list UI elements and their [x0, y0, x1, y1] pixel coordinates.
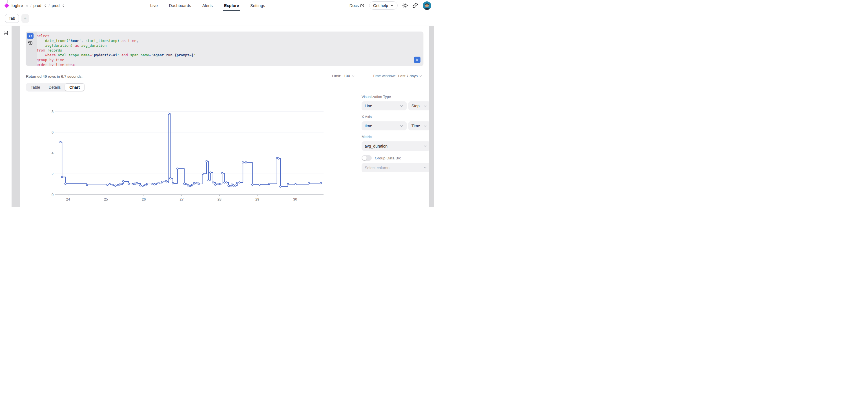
svg-text:4: 4 [52, 151, 54, 155]
nav-item-dashboards[interactable]: Dashboards [169, 0, 191, 11]
limit-label: Limit: [332, 74, 341, 78]
editor-gutter [26, 32, 37, 66]
navbar: logfire / prod / prod Live Dashboards Al… [0, 0, 434, 11]
chevron-down-icon [390, 4, 394, 7]
query-tabs-bar: Tab + [0, 11, 434, 26]
svg-text:30: 30 [293, 197, 297, 201]
results-controls: Limit: 100 Time window: Last 7 days [332, 74, 423, 78]
view-tab-chart[interactable]: Chart [65, 83, 84, 91]
svg-text:26: 26 [142, 197, 146, 201]
svg-text:6: 6 [52, 130, 54, 134]
navbar-actions: Docs Get help [349, 0, 431, 11]
org-select-caret-icon[interactable] [26, 4, 28, 8]
code-mode-icon[interactable] [27, 33, 34, 39]
docs-link[interactable]: Docs [349, 3, 364, 8]
nav-item-alerts[interactable]: Alerts [203, 0, 213, 11]
avatar[interactable] [423, 1, 431, 10]
time-window-chevron-down-icon[interactable] [419, 74, 423, 78]
left-rail [0, 26, 11, 207]
avg-duration-step-chart[interactable]: 2425262728293002468 [51, 107, 326, 205]
query-history-icon[interactable] [28, 41, 33, 45]
svg-text:27: 27 [180, 197, 183, 201]
query-tab[interactable]: Tab [5, 14, 19, 23]
breadcrumb-project[interactable]: prod [33, 3, 41, 8]
add-tab-button[interactable]: + [22, 14, 29, 23]
chevron-down-icon [423, 166, 427, 170]
svg-text:25: 25 [104, 197, 108, 201]
database-schema-icon[interactable] [3, 30, 8, 36]
nav-item-live[interactable]: Live [150, 0, 158, 11]
run-query-button[interactable] [414, 57, 421, 63]
vertical-scrollbar[interactable] [429, 26, 434, 207]
sql-query-text[interactable]: select date_trunc('hour', start_timestam… [37, 33, 412, 66]
get-help-button[interactable]: Get help [369, 1, 398, 9]
breadcrumb-separator: / [30, 3, 32, 8]
x-axis-type-select[interactable]: Time [408, 121, 430, 130]
chevron-down-icon [423, 104, 427, 108]
project-select-caret-icon[interactable] [44, 4, 47, 8]
metric-label: Metric [362, 135, 430, 139]
active-tab-underline [223, 10, 240, 11]
breadcrumb-environment[interactable]: prod [52, 3, 59, 8]
group-data-by-toggle[interactable] [362, 155, 372, 161]
limit-chevron-down-icon[interactable] [351, 74, 355, 78]
time-window-label: Time window: [373, 74, 396, 78]
line-style-select[interactable]: Step [408, 101, 430, 110]
chevron-down-icon [423, 124, 427, 128]
x-axis-column-select[interactable]: time [362, 121, 407, 130]
svg-text:29: 29 [255, 197, 259, 201]
svg-text:28: 28 [218, 197, 221, 201]
svg-text:0: 0 [52, 193, 54, 197]
time-window-value[interactable]: Last 7 days [398, 74, 417, 78]
breadcrumb-separator: / [49, 3, 50, 8]
brand-name[interactable]: logfire [11, 3, 23, 8]
main-nav: Live Dashboards Alerts Explore Settings [150, 0, 265, 11]
svg-text:8: 8 [52, 110, 54, 114]
external-link-icon [360, 3, 364, 8]
panel-divider-strip[interactable] [11, 26, 20, 207]
share-link-icon[interactable] [412, 3, 418, 8]
results-summary: Returned 49 rows in 6.7 seconds. [26, 74, 83, 78]
breadcrumb: logfire / prod / prod [4, 0, 65, 11]
nav-item-settings[interactable]: Settings [250, 0, 265, 11]
view-tab-table[interactable]: Table [27, 83, 44, 91]
metric-select[interactable]: avg_duration [362, 141, 430, 151]
visualization-type-select[interactable]: Line [362, 101, 407, 110]
group-data-by-label: Group Data By: [375, 156, 401, 160]
nav-item-explore[interactable]: Explore [224, 0, 239, 11]
explore-content: select date_trunc('hour', start_timestam… [0, 26, 434, 207]
sql-editor[interactable]: select date_trunc('hour', start_timestam… [26, 32, 423, 66]
view-switcher: Table Details Chart [26, 83, 85, 92]
logfire-logo-icon [4, 3, 9, 8]
chevron-down-icon [423, 144, 427, 148]
x-axis-label: X Axis [362, 115, 430, 119]
chevron-down-icon [399, 124, 404, 128]
visualization-type-label: Visualization Type [362, 95, 430, 99]
svg-text:24: 24 [66, 197, 70, 201]
limit-value[interactable]: 100 [344, 74, 350, 78]
theme-toggle-sun-icon[interactable] [402, 3, 408, 8]
toggle-knob [362, 156, 367, 160]
chevron-down-icon [399, 104, 404, 108]
environment-select-caret-icon[interactable] [62, 4, 65, 8]
visualization-panel: Visualization Type Line Step X Axis time… [362, 95, 430, 172]
group-column-select[interactable]: Select column... [362, 163, 430, 172]
svg-text:2: 2 [52, 172, 54, 176]
view-tab-details[interactable]: Details [44, 83, 65, 91]
